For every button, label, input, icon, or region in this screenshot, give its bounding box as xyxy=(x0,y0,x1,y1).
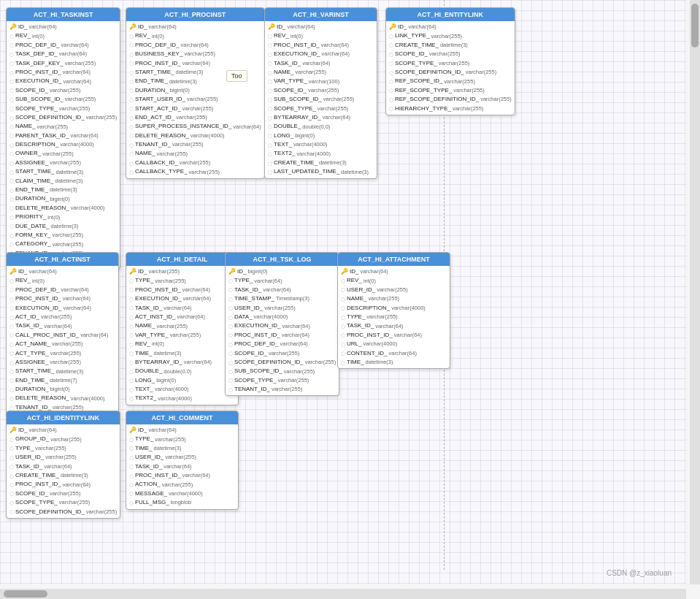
field-name: VAR_TYPE_ xyxy=(274,77,307,85)
table-body: 🔑ID_ varchar(64)◌REV_ int(0)◌PROC_DEF_ID… xyxy=(7,21,120,269)
scrollbar-vertical[interactable] xyxy=(690,0,700,584)
field-type: varchar(255) xyxy=(53,241,84,248)
circle-icon: ◌ xyxy=(9,286,14,293)
circle-icon: ◌ xyxy=(9,169,14,175)
field-name: SCOPE_ID_ xyxy=(15,87,48,94)
table-row: ◌CLAIM_TIME_ datetime(3) xyxy=(9,177,117,186)
table-act_hi_attachment[interactable]: ACT_HI_ATTACHMENT🔑ID_ varchar(64)◌REV_ i… xyxy=(337,252,450,369)
table-act_hi_taskinst[interactable]: ACT_HI_TASKINST🔑ID_ varchar(64)◌REV_ int… xyxy=(6,7,120,270)
table-row: ◌DUE_DATE_ datetime(3) xyxy=(9,222,117,231)
table-row: ◌BYTEARRAY_ID_ varchar(64) xyxy=(129,358,235,367)
field-name: DELETE_REASON_ xyxy=(15,205,69,212)
field-type: varchar(64) xyxy=(233,123,261,131)
circle-icon: ◌ xyxy=(9,323,14,329)
table-row: ◌SCOPE_ID_ varchar(255) xyxy=(9,86,117,95)
table-act_hi_comment[interactable]: ACT_HI_COMMENT🔑ID_ varchar(64)◌TYPE_ var… xyxy=(126,411,239,510)
field-type: varchar(4000) xyxy=(391,305,426,312)
field-type: varchar(4000) xyxy=(169,490,203,497)
field-name: TYPE_ xyxy=(135,435,153,443)
field-name: ASSIGNEE_ xyxy=(15,159,48,167)
circle-icon: ◌ xyxy=(268,96,272,103)
circle-icon: ◌ xyxy=(9,454,14,461)
field-type: varchar(255) xyxy=(37,123,69,131)
field-type: varchar(64) xyxy=(61,286,88,294)
field-type: varchar(255) xyxy=(269,350,300,357)
circle-icon: ◌ xyxy=(228,323,233,329)
field-type: varchar(255) xyxy=(157,323,188,330)
field-name: PROC_INST_ID_ xyxy=(135,60,181,67)
circle-icon: ◌ xyxy=(268,132,272,139)
table-row: ◌PARENT_TASK_ID_ varchar(64) xyxy=(9,131,117,140)
circle-icon: ◌ xyxy=(129,314,134,321)
field-name: SCOPE_DEFINITION_ID_ xyxy=(15,114,85,121)
scrollbar-thumb-vertical[interactable] xyxy=(691,4,699,47)
table-row: ◌BYTEARRAY_ID_ varchar(64) xyxy=(268,113,374,122)
field-name: TIME_ xyxy=(135,445,153,452)
table-row: ◌LONG_ bigint(0) xyxy=(129,376,235,385)
field-type: varchar(255) xyxy=(155,436,186,443)
scrollbar-horizontal[interactable] xyxy=(0,589,686,599)
table-row: ◌REF_SCOPE_DEFINITION_ID_ varchar(255) xyxy=(389,95,512,104)
table-act_hi_varinst[interactable]: ACT_HI_VARINST🔑ID_ varchar(64)◌REV_ int(… xyxy=(264,7,377,179)
table-row: ◌PROC_INST_ID_ varchar(64) xyxy=(129,59,261,68)
field-type: varchar(64) xyxy=(360,268,388,275)
table-body: 🔑ID_ varchar(64)◌REV_ int(0)◌PROC_DEF_ID… xyxy=(7,266,118,413)
field-type: varchar(255) xyxy=(65,60,96,67)
field-type: varchar(255) xyxy=(296,69,327,76)
circle-icon: ◌ xyxy=(228,341,233,348)
table-row: ◌OWNER_ varchar(255) xyxy=(9,149,117,158)
table-act_hi_entitylink[interactable]: ACT_HI_ENTITYLINK🔑ID_ varchar(64)◌LINK_T… xyxy=(385,7,515,115)
canvas-area[interactable]: Too SAt hi CO TEnT 0 ACT_HI_TASKINST🔑ID_… xyxy=(0,0,686,584)
field-type: varchar(64) xyxy=(282,323,310,330)
table-act_hi_detail[interactable]: ACT_HI_DETAIL🔑ID_ varchar(255)◌TYPE_ var… xyxy=(126,252,239,405)
field-type: varchar(64) xyxy=(71,132,99,140)
field-type: datetime(3) xyxy=(50,186,77,194)
circle-icon: ◌ xyxy=(9,205,14,211)
circle-icon: ◌ xyxy=(129,132,134,139)
table-row: 🔑ID_ varchar(64) xyxy=(9,267,115,276)
field-type: varchar(64) xyxy=(164,463,191,470)
circle-icon: ◌ xyxy=(341,341,345,348)
table-row: ◌SCOPE_TYPE_ varchar(255) xyxy=(228,376,336,385)
field-type: varchar(255) xyxy=(182,105,214,112)
table-row: 🔑ID_ bigint(0) xyxy=(228,267,336,276)
field-name: BYTEARRAY_ID_ xyxy=(135,359,182,366)
circle-icon: ◌ xyxy=(9,87,14,94)
circle-icon: ◌ xyxy=(9,241,14,248)
circle-icon: ◌ xyxy=(9,341,14,348)
field-name: END_TIME_ xyxy=(15,186,48,194)
field-type: varchar(64) xyxy=(389,350,417,357)
table-act_hi_identitylink[interactable]: ACT_HI_IDENTITYLINK🔑ID_ varchar(64)◌GROU… xyxy=(6,411,120,519)
field-type: varchar(255) xyxy=(52,232,83,239)
table-row: ◌TYPE_ varchar(255) xyxy=(341,313,447,321)
circle-icon: ◌ xyxy=(129,69,134,76)
field-type: int(0) xyxy=(152,33,164,40)
circle-icon: ◌ xyxy=(341,350,345,356)
field-type: varchar(64) xyxy=(375,323,403,330)
table-body: 🔑ID_ bigint(0)◌TYPE_ varchar(64)◌TASK_ID… xyxy=(226,266,339,395)
table-act_hi_actinst[interactable]: ACT_HI_ACTINST🔑ID_ varchar(64)◌REV_ int(… xyxy=(6,252,119,414)
circle-icon: ◌ xyxy=(389,87,393,94)
table-act_hi_procinst[interactable]: ACT_HI_PROCINST🔑ID_ varchar(64)◌REV_ int… xyxy=(126,7,265,179)
field-type: varchar(64) xyxy=(302,60,330,67)
table-act_hi_tsk_log[interactable]: ACT_HI_TSK_LOG🔑ID_ bigint(0)◌TYPE_ varch… xyxy=(225,252,339,396)
field-name: DELETE_REASON_ xyxy=(135,132,189,140)
table-row: ◌START_TIME_ datetime(3) xyxy=(9,167,117,176)
field-type: varchar(255) xyxy=(278,377,309,384)
circle-icon: ◌ xyxy=(341,314,345,321)
field-type: varchar(64) xyxy=(184,359,212,366)
scrollbar-thumb-horizontal[interactable] xyxy=(4,590,47,598)
field-type: varchar(64) xyxy=(148,23,176,31)
field-name: TENANT_ID_ xyxy=(234,386,270,393)
field-type: varchar(255) xyxy=(180,159,211,167)
field-type: varchar(255) xyxy=(184,50,215,58)
table-row: ◌USER_ID_ varchar(255) xyxy=(129,453,235,462)
field-name: REF_SCOPE_DEFINITION_ID_ xyxy=(395,96,479,103)
table-row: ◌PROC_INST_ID_ varchar(64) xyxy=(228,331,336,340)
field-name: END_TIME_ xyxy=(135,77,168,85)
table-row: 🔑ID_ varchar(255) xyxy=(129,267,235,276)
field-type: varchar(255) xyxy=(50,436,82,443)
field-name: PROC_DEF_ID_ xyxy=(15,42,59,49)
field-name: SCOPE_TYPE_ xyxy=(15,105,58,112)
table-row: ◌EXECUTION_ID_ varchar(64) xyxy=(129,294,235,303)
